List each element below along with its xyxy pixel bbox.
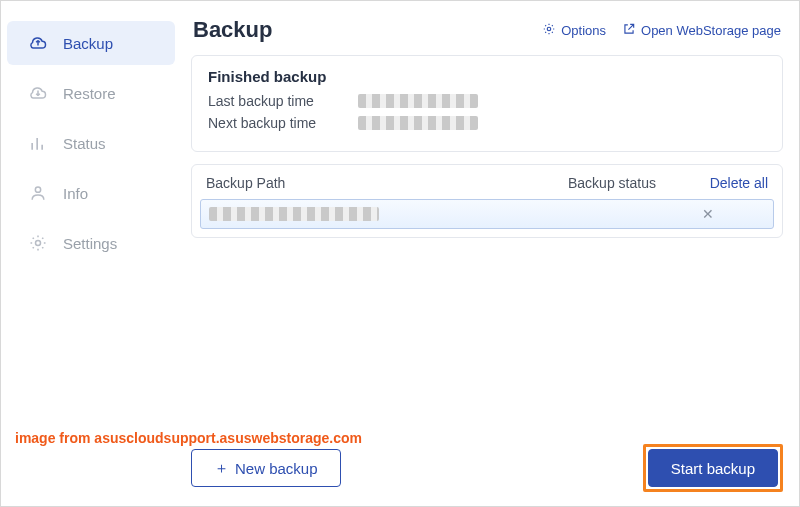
sidebar-item-label: Settings bbox=[63, 235, 117, 252]
delete-all-link[interactable]: Delete all bbox=[688, 175, 768, 191]
last-backup-label: Last backup time bbox=[208, 93, 358, 109]
external-link-icon bbox=[622, 22, 636, 39]
sidebar-item-label: Restore bbox=[63, 85, 116, 102]
options-label: Options bbox=[561, 23, 606, 38]
new-backup-label: New backup bbox=[235, 460, 318, 477]
sidebar-item-settings[interactable]: Settings bbox=[7, 221, 175, 265]
open-webstorage-link[interactable]: Open WebStorage page bbox=[622, 22, 781, 39]
sidebar-item-label: Status bbox=[63, 135, 106, 152]
sidebar-item-status[interactable]: Status bbox=[7, 121, 175, 165]
footer-actions: ＋ New backup Start backup bbox=[191, 444, 783, 492]
bar-chart-icon bbox=[27, 132, 49, 154]
next-backup-row: Next backup time bbox=[208, 115, 766, 131]
options-link[interactable]: Options bbox=[542, 22, 606, 39]
close-icon: ✕ bbox=[702, 206, 714, 222]
gear-icon bbox=[27, 232, 49, 254]
cloud-download-icon bbox=[27, 82, 49, 104]
sidebar-item-info[interactable]: Info bbox=[7, 171, 175, 215]
sidebar-item-label: Info bbox=[63, 185, 88, 202]
sidebar-item-restore[interactable]: Restore bbox=[7, 71, 175, 115]
remove-path-button[interactable]: ✕ bbox=[699, 206, 717, 222]
gear-icon bbox=[542, 22, 556, 39]
table-header: Backup Path Backup status Delete all bbox=[192, 165, 782, 199]
col-status-header: Backup status bbox=[568, 175, 688, 191]
last-backup-value-redacted bbox=[358, 94, 478, 108]
backup-path-value bbox=[209, 207, 699, 221]
sidebar-item-label: Backup bbox=[63, 35, 113, 52]
start-backup-button[interactable]: Start backup bbox=[648, 449, 778, 487]
finished-backup-title: Finished backup bbox=[208, 68, 766, 85]
sidebar-item-backup[interactable]: Backup bbox=[7, 21, 175, 65]
header: Backup Options Open WebSto bbox=[191, 13, 783, 55]
new-backup-button[interactable]: ＋ New backup bbox=[191, 449, 341, 487]
plus-icon: ＋ bbox=[214, 459, 229, 478]
col-path-header: Backup Path bbox=[206, 175, 568, 191]
svg-point-0 bbox=[35, 187, 40, 192]
finished-backup-card: Finished backup Last backup time Next ba… bbox=[191, 55, 783, 152]
page-title: Backup bbox=[193, 17, 272, 43]
header-actions: Options Open WebStorage page bbox=[542, 22, 781, 39]
next-backup-label: Next backup time bbox=[208, 115, 358, 131]
svg-point-1 bbox=[36, 241, 41, 246]
backup-path-table: Backup Path Backup status Delete all ✕ bbox=[191, 164, 783, 238]
last-backup-row: Last backup time bbox=[208, 93, 766, 109]
backup-path-row[interactable]: ✕ bbox=[200, 199, 774, 229]
start-backup-highlight: Start backup bbox=[643, 444, 783, 492]
svg-point-2 bbox=[547, 27, 551, 31]
open-webstorage-label: Open WebStorage page bbox=[641, 23, 781, 38]
cloud-upload-icon bbox=[27, 32, 49, 54]
backup-path-redacted bbox=[209, 207, 379, 221]
next-backup-value-redacted bbox=[358, 116, 478, 130]
user-icon bbox=[27, 182, 49, 204]
